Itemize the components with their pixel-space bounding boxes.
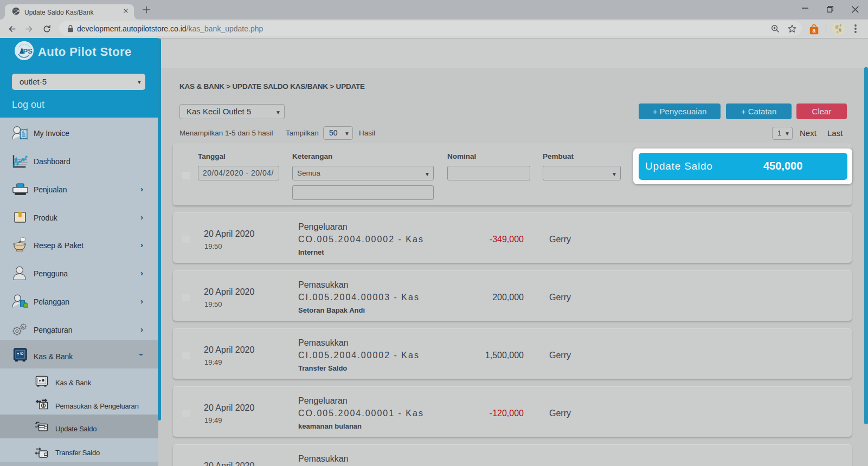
svg-text:a: a: [813, 28, 816, 34]
svg-text:$: $: [42, 404, 44, 408]
svg-text:PS: PS: [23, 47, 33, 55]
